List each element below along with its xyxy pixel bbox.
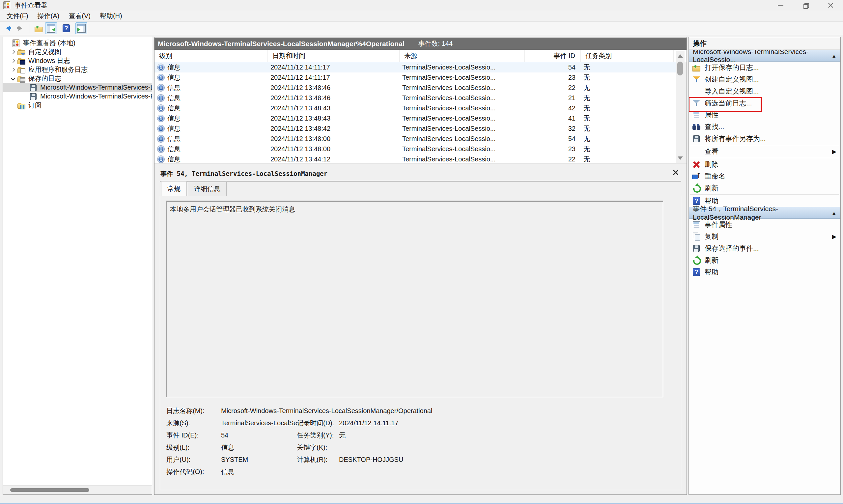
- field-value: DESKTOP-HOJJGSU: [339, 456, 674, 464]
- scroll-down-icon[interactable]: [678, 157, 683, 160]
- action-label: 将所有事件另存为...: [705, 134, 766, 143]
- level-label: 信息: [167, 114, 181, 123]
- field-value: 54: [221, 432, 297, 439]
- props-icon: [692, 220, 701, 229]
- info-icon: [157, 94, 165, 102]
- statusbar: [0, 495, 843, 504]
- source-cell: TerminalServices-LocalSessio...: [400, 104, 525, 112]
- tab-details[interactable]: 详细信息: [188, 182, 227, 196]
- column-header-0[interactable]: 级别: [155, 50, 268, 62]
- action-delete[interactable]: 删除: [689, 159, 840, 170]
- close-button[interactable]: [818, 0, 843, 11]
- table-row[interactable]: 信息2024/11/12 14:11:17TerminalServices-Lo…: [155, 62, 676, 72]
- action-import-custom-view[interactable]: 导入自定义视图...: [689, 85, 840, 97]
- actions-section-log-header[interactable]: Microsoft-Windows-TerminalServices-Local…: [689, 50, 840, 61]
- action-refresh[interactable]: 刷新: [689, 182, 840, 194]
- table-row[interactable]: 信息2024/11/12 13:48:42TerminalServices-Lo…: [155, 124, 676, 134]
- action-event-help[interactable]: 帮助: [689, 266, 840, 278]
- action-filter-current-log[interactable]: 筛选当前日志...: [689, 97, 840, 109]
- toggle-console-tree-button[interactable]: [45, 22, 57, 34]
- column-header-1[interactable]: 日期和时间: [268, 50, 400, 62]
- action-save-selected-events[interactable]: 保存选择的事件...: [689, 242, 840, 254]
- menu-action[interactable]: 操作(A): [33, 10, 64, 22]
- props-icon: [692, 111, 701, 119]
- menu-view[interactable]: 查看(V): [64, 10, 95, 22]
- scrollbar-thumb[interactable]: [10, 488, 89, 492]
- actions-section-event-header[interactable]: 事件 54，TerminalServices-LocalSessionManag…: [689, 207, 840, 219]
- detail-close-icon[interactable]: [672, 169, 679, 176]
- table-row[interactable]: 信息2024/11/12 13:48:46TerminalServices-Lo…: [155, 93, 676, 103]
- column-header-4[interactable]: 任务类别: [581, 50, 674, 62]
- table-row[interactable]: 信息2024/11/12 13:48:46TerminalServices-Lo…: [155, 83, 676, 93]
- chevron-down-icon[interactable]: [11, 76, 15, 81]
- refresh-icon: [692, 256, 701, 265]
- open-saved-log-button[interactable]: [33, 22, 44, 34]
- field-label: 级别(L):: [166, 443, 221, 452]
- field-row: 操作代码(O):信息: [166, 466, 674, 478]
- action-event-refresh[interactable]: 刷新: [689, 254, 840, 266]
- chevron-right-icon[interactable]: [11, 50, 15, 54]
- detail-tabs: 常规 详细信息: [161, 183, 228, 196]
- table-row[interactable]: 信息2024/11/12 13:48:00TerminalServices-Lo…: [155, 134, 676, 144]
- tab-general[interactable]: 常规: [161, 181, 187, 196]
- collapse-icon[interactable]: ▲: [831, 53, 837, 59]
- action-event-properties[interactable]: 事件属性: [689, 219, 840, 231]
- chevron-right-icon[interactable]: [11, 59, 15, 63]
- open-folder-icon: [34, 24, 43, 33]
- action-copy[interactable]: 复制▶: [689, 231, 840, 242]
- column-header-2[interactable]: 来源: [400, 50, 525, 62]
- table-row[interactable]: 信息2024/11/12 13:48:43TerminalServices-Lo…: [155, 113, 676, 124]
- separator: [690, 145, 839, 145]
- table-row[interactable]: 信息2024/11/12 14:11:17TerminalServices-Lo…: [155, 72, 676, 83]
- tree-subscriptions[interactable]: 订阅: [3, 101, 152, 110]
- event-fields: 日志名称(M):Microsoft-Windows-TerminalServic…: [166, 405, 674, 478]
- window-console-tree-icon: [47, 24, 55, 33]
- chevron-right-icon[interactable]: [11, 68, 15, 72]
- funnel-b-icon: [692, 99, 701, 107]
- level-label: 信息: [167, 63, 181, 72]
- action-save-all-events[interactable]: 将所有事件另存为...: [689, 133, 840, 145]
- tree-app-services-logs[interactable]: 应用程序和服务日志: [3, 65, 152, 74]
- event-description-box[interactable]: 本地多用户会话管理器已收到系统关闭消息: [166, 201, 663, 397]
- scrollbar-thumb[interactable]: [677, 61, 683, 75]
- tree-custom-views[interactable]: 自定义视图: [3, 48, 152, 56]
- floppy-icon: [29, 92, 38, 101]
- action-open-saved-log[interactable]: 打开保存的日志...: [689, 61, 840, 73]
- arrow-forward-icon: [16, 24, 25, 33]
- arrow-back-icon: [4, 24, 12, 33]
- action-rename[interactable]: 重命名: [689, 170, 840, 182]
- tree-item-label: Microsoft-Windows-TerminalServices-Local…: [40, 84, 152, 91]
- info-icon: [157, 135, 165, 143]
- splitter[interactable]: [155, 163, 686, 166]
- forward-button[interactable]: [15, 22, 26, 34]
- tree-horizontal-scrollbar[interactable]: [3, 485, 152, 494]
- table-row[interactable]: 信息2024/11/12 13:44:12TerminalServices-Lo…: [155, 154, 676, 163]
- menu-help[interactable]: 帮助(H): [95, 10, 127, 22]
- action-find[interactable]: 查找...: [689, 121, 840, 133]
- field-value: 信息: [221, 467, 297, 476]
- tree-windows-logs[interactable]: Windows 日志: [3, 56, 152, 65]
- collapse-icon[interactable]: ▲: [831, 210, 837, 216]
- menu-file[interactable]: 文件(F): [2, 10, 33, 22]
- table-row[interactable]: 信息2024/11/12 13:48:00TerminalServices-Lo…: [155, 144, 676, 154]
- action-label: 刷新: [705, 256, 718, 265]
- help-button[interactable]: [60, 22, 72, 34]
- tree-saved-logs[interactable]: 保存的日志: [3, 74, 152, 83]
- toggle-action-pane-button[interactable]: [75, 22, 87, 34]
- tree-saved-log-local[interactable]: Microsoft-Windows-TerminalServices-Local…: [3, 83, 152, 92]
- folder-icon: [17, 74, 26, 83]
- action-view[interactable]: 查看▶: [689, 146, 840, 158]
- column-header-3[interactable]: 事件 ID: [525, 50, 581, 62]
- minimize-button[interactable]: [768, 0, 793, 11]
- log-view-panel: Microsoft-Windows-TerminalServices-Local…: [154, 37, 687, 495]
- event-table-scrollbar[interactable]: [676, 51, 684, 163]
- tree-root[interactable]: 事件查看器 (本地): [3, 38, 152, 48]
- scroll-up-icon[interactable]: [678, 54, 683, 58]
- action-create-custom-view[interactable]: 创建自定义视图...: [689, 73, 840, 85]
- tree-saved-log-remote[interactable]: Microsoft-Windows-TerminalServices-Remo: [3, 92, 152, 101]
- action-properties[interactable]: 属性: [689, 109, 840, 121]
- table-row[interactable]: 信息2024/11/12 13:48:43TerminalServices-Lo…: [155, 103, 676, 113]
- restore-button[interactable]: [793, 0, 818, 11]
- datetime-cell: 2024/11/12 13:48:46: [268, 84, 400, 92]
- back-button[interactable]: [2, 22, 14, 34]
